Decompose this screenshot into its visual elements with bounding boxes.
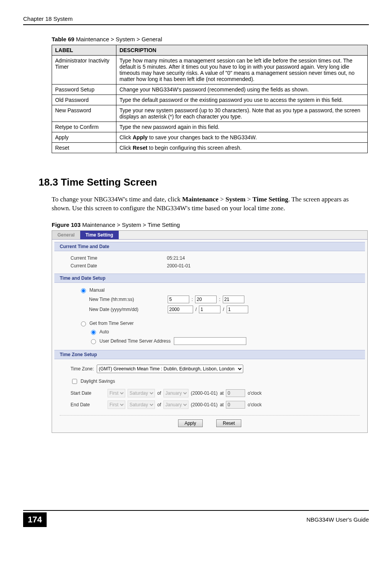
new-time-mm-input[interactable] <box>195 296 217 303</box>
time-server-label: Get from Time Server <box>89 321 134 326</box>
table-caption: Table 69 Maintenance > System > General <box>52 36 369 42</box>
new-time-label: New Time (hh:mm:ss) <box>89 297 168 302</box>
cell-desc: Type the new password again in this fiel… <box>116 122 368 132</box>
tab-time-setting[interactable]: Time Setting <box>80 231 119 239</box>
guide-title: NBG334W User's Guide <box>306 516 369 523</box>
section-body: To change your NBG334W's time and date, … <box>52 195 368 213</box>
tab-general[interactable]: General <box>52 231 80 239</box>
cell-desc: Click Reset to begin configuring this sc… <box>116 143 368 153</box>
cell-label: Retype to Confirm <box>52 122 116 132</box>
table-row: Password Setup Change your NBG334W's pas… <box>52 84 368 95</box>
cell-label: Apply <box>52 132 116 143</box>
current-date-value: 2000-01-01 <box>167 263 190 269</box>
cell-desc: Type the default password or the existin… <box>116 95 368 105</box>
end-hour-input[interactable] <box>226 401 245 409</box>
section-time-date-setup: Time and Date Setup <box>54 274 365 283</box>
daylight-savings-label: Daylight Savings <box>81 378 115 384</box>
table-row: Reset Click Reset to begin configuring t… <box>52 143 368 153</box>
cell-desc: Change your NBG334W's password (recommen… <box>116 84 368 95</box>
daylight-savings-checkbox[interactable] <box>72 379 77 384</box>
current-date-label: Current Date <box>71 263 167 269</box>
time-zone-select[interactable]: (GMT) Greenwich Mean Time : Dublin, Edin… <box>97 365 243 373</box>
start-ordinal-select[interactable]: First <box>108 389 125 397</box>
new-date-mm-input[interactable] <box>199 306 220 313</box>
table-row: Apply Click Apply to save your changes b… <box>52 132 368 143</box>
colon-sep: : <box>217 297 222 302</box>
start-date-label: Start Date <box>71 390 105 396</box>
oclock-label: o'clock <box>247 402 261 407</box>
table-row: Old Password Type the default password o… <box>52 95 368 105</box>
cell-label: New Password <box>52 105 116 122</box>
of-label: of <box>157 402 161 407</box>
time-server-radio[interactable] <box>81 321 86 326</box>
tab-bar: General Time Setting <box>52 231 367 240</box>
time-zone-label: Time Zone: <box>71 366 94 372</box>
cell-label: Administrator Inactivity Timer <box>52 56 116 84</box>
end-ordinal-select[interactable]: First <box>108 400 125 409</box>
end-date-paren: (2000-01-01) <box>191 402 217 407</box>
apply-button[interactable]: Apply <box>178 419 203 427</box>
figure-num: Figure 103 <box>52 221 81 228</box>
start-month-select[interactable]: January <box>163 389 188 397</box>
table-row: Administrator Inactivity Timer Type how … <box>52 56 368 84</box>
manual-label: Manual <box>89 287 104 293</box>
table-row: Retype to Confirm Type the new password … <box>52 122 368 132</box>
reset-button[interactable]: Reset <box>216 419 241 427</box>
user-defined-radio[interactable] <box>91 339 96 344</box>
auto-label: Auto <box>97 329 109 335</box>
cell-label: Old Password <box>52 95 116 105</box>
section-time-zone: Time Zone Setup <box>54 350 365 359</box>
th-desc: DESCRIPTION <box>116 45 368 56</box>
new-date-label: New Date (yyyy/mm/dd) <box>89 307 168 312</box>
at-label: at <box>220 402 224 407</box>
cell-desc: Type how many minutes a management sessi… <box>116 56 368 84</box>
end-month-select[interactable]: January <box>163 400 188 409</box>
new-time-hh-input[interactable] <box>168 296 189 303</box>
time-setting-screenshot: General Time Setting Current Time and Da… <box>52 230 368 433</box>
end-date-label: End Date <box>71 402 105 407</box>
th-label: LABEL <box>52 45 116 56</box>
header-rule <box>23 24 369 25</box>
current-time-label: Current Time <box>71 255 167 261</box>
cell-desc: Type your new system password (up to 30 … <box>116 105 368 122</box>
oclock-label: o'clock <box>247 390 261 396</box>
slash-sep: / <box>220 307 226 312</box>
description-table: LABEL DESCRIPTION Administrator Inactivi… <box>52 45 368 153</box>
figure-title: Maintenance > System > Time Setting <box>81 221 180 228</box>
table-title: Maintenance > System > General <box>74 36 162 42</box>
cell-label: Reset <box>52 143 116 153</box>
start-hour-input[interactable] <box>226 389 245 397</box>
chapter-label: Chapter 18 System <box>23 15 72 22</box>
cell-label: Password Setup <box>52 84 116 95</box>
current-time-value: 05:21:14 <box>167 255 185 261</box>
end-day-select[interactable]: Saturday <box>128 400 155 409</box>
new-date-dd-input[interactable] <box>227 306 248 313</box>
figure-caption: Figure 103 Maintenance > System > Time S… <box>52 221 369 228</box>
time-server-address-input[interactable] <box>174 337 246 345</box>
new-time-ss-input[interactable] <box>223 296 244 303</box>
new-date-yyyy-input[interactable] <box>168 306 193 313</box>
user-defined-label: User Defined Time Server Address <box>97 338 174 344</box>
table-num: Table 69 <box>52 36 74 42</box>
section-current-time: Current Time and Date <box>54 242 365 251</box>
cell-desc: Click Apply to save your changes back to… <box>116 132 368 143</box>
table-row: New Password Type your new system passwo… <box>52 105 368 122</box>
of-label: of <box>157 390 161 396</box>
colon-sep: : <box>189 297 195 302</box>
start-date-paren: (2000-01-01) <box>191 390 217 396</box>
page-number: 174 <box>23 512 47 527</box>
start-day-select[interactable]: Saturday <box>128 389 155 397</box>
auto-radio[interactable] <box>91 330 96 335</box>
manual-radio[interactable] <box>81 288 86 293</box>
section-heading: 18.3 Time Setting Screen <box>39 176 369 188</box>
slash-sep: / <box>193 307 199 312</box>
at-label: at <box>220 390 224 396</box>
